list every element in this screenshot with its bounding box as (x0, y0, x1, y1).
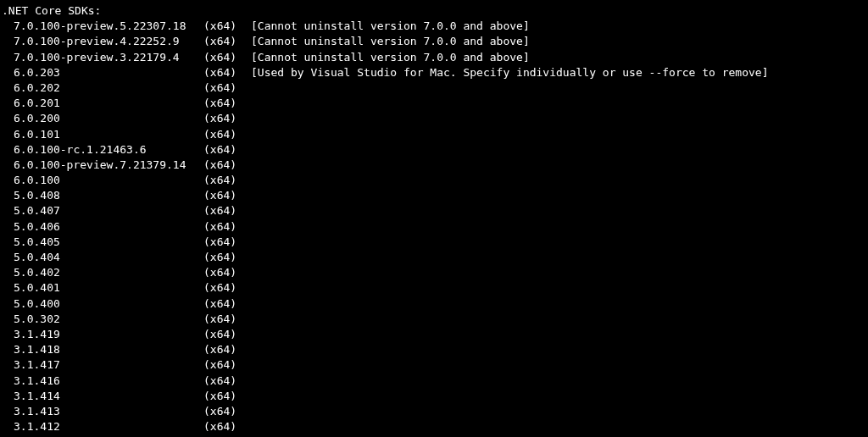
sdk-note: [Cannot uninstall version 7.0.0 and abov… (251, 34, 868, 49)
sdk-note (251, 404, 868, 419)
sdk-version: 3.1.414 (0, 389, 203, 404)
sdk-arch: (x64) (203, 80, 251, 96)
sdk-version: 6.0.200 (0, 111, 203, 126)
sdk-version: 6.0.100-rc.1.21463.6 (0, 142, 203, 158)
sdk-row: 6.0.100(x64) (0, 173, 868, 188)
sdk-row: 5.0.405(x64) (0, 235, 868, 250)
sdk-arch: (x64) (203, 203, 251, 218)
sdk-version: 5.0.400 (0, 296, 203, 312)
sdk-row: 5.0.407(x64) (0, 203, 868, 218)
sdk-note (251, 280, 868, 296)
sdk-note (251, 342, 868, 357)
sdk-note (251, 173, 868, 188)
sdk-version: 5.0.407 (0, 203, 203, 218)
sdk-note (251, 389, 868, 404)
sdk-version: 3.1.417 (0, 357, 203, 373)
sdk-row: 5.0.402(x64) (0, 265, 868, 280)
sdk-note (251, 127, 868, 142)
sdk-row: 6.0.203(x64)[Used by Visual Studio for M… (0, 65, 868, 80)
sdk-arch: (x64) (203, 34, 251, 49)
sdk-arch: (x64) (203, 312, 251, 327)
sdk-arch: (x64) (203, 19, 251, 34)
sdk-row: 6.0.101(x64) (0, 127, 868, 142)
sdk-arch: (x64) (203, 127, 251, 142)
sdk-arch: (x64) (203, 280, 251, 296)
sdk-arch: (x64) (203, 250, 251, 265)
sdk-arch: (x64) (203, 327, 251, 342)
sdk-note (251, 327, 868, 342)
sdk-arch: (x64) (203, 265, 251, 280)
sdk-note: [Used by Visual Studio for Mac. Specify … (251, 65, 868, 80)
sdk-arch: (x64) (203, 65, 251, 80)
sdk-note (251, 96, 868, 111)
sdk-row: 3.1.416(x64) (0, 373, 868, 389)
sdk-arch: (x64) (203, 188, 251, 203)
sdk-arch: (x64) (203, 373, 251, 389)
sdk-note (251, 296, 868, 312)
sdk-version: 6.0.202 (0, 80, 203, 96)
sdk-row: 5.0.408(x64) (0, 188, 868, 203)
sdk-version: 5.0.408 (0, 188, 203, 203)
sdk-note (251, 142, 868, 158)
sdk-list: 7.0.100-preview.5.22307.18(x64)[Cannot u… (0, 19, 868, 437)
sdk-row: 3.1.418(x64) (0, 342, 868, 357)
sdk-note (251, 357, 868, 373)
sdk-note (251, 80, 868, 96)
sdk-row: 6.0.100-preview.7.21379.14(x64) (0, 158, 868, 173)
sdk-row: 3.1.417(x64) (0, 357, 868, 373)
sdk-note (251, 158, 868, 173)
sdk-list-header: .NET Core SDKs: (0, 3, 868, 19)
sdk-note (251, 235, 868, 250)
sdk-version: 6.0.101 (0, 127, 203, 142)
sdk-row: 5.0.302(x64) (0, 312, 868, 327)
sdk-version: 7.0.100-preview.3.22179.4 (0, 50, 203, 65)
sdk-note (251, 419, 868, 434)
sdk-arch: (x64) (203, 142, 251, 158)
sdk-arch: (x64) (203, 404, 251, 419)
sdk-note (251, 203, 868, 218)
sdk-arch: (x64) (203, 50, 251, 65)
sdk-row: 5.0.406(x64) (0, 219, 868, 235)
sdk-row: 5.0.400(x64) (0, 296, 868, 312)
sdk-arch: (x64) (203, 357, 251, 373)
sdk-version: 7.0.100-preview.5.22307.18 (0, 19, 203, 34)
sdk-note (251, 312, 868, 327)
sdk-version: 5.0.302 (0, 312, 203, 327)
sdk-row: 6.0.201(x64) (0, 96, 868, 111)
sdk-version: 5.0.404 (0, 250, 203, 265)
sdk-arch: (x64) (203, 173, 251, 188)
sdk-version: 6.0.100-preview.7.21379.14 (0, 158, 203, 173)
sdk-note: [Cannot uninstall version 7.0.0 and abov… (251, 50, 868, 65)
sdk-version: 3.1.416 (0, 373, 203, 389)
sdk-arch: (x64) (203, 235, 251, 250)
sdk-version: 5.0.401 (0, 280, 203, 296)
sdk-note (251, 265, 868, 280)
sdk-version: 5.0.405 (0, 235, 203, 250)
sdk-version: 7.0.100-preview.4.22252.9 (0, 34, 203, 49)
sdk-version: 6.0.203 (0, 65, 203, 80)
sdk-note (251, 373, 868, 389)
sdk-version: 5.0.402 (0, 265, 203, 280)
sdk-row: 7.0.100-preview.3.22179.4(x64)[Cannot un… (0, 50, 868, 65)
sdk-row: 6.0.202(x64) (0, 80, 868, 96)
sdk-row: 3.1.419(x64) (0, 327, 868, 342)
sdk-row: 6.0.200(x64) (0, 111, 868, 126)
sdk-arch: (x64) (203, 296, 251, 312)
sdk-row: 7.0.100-preview.4.22252.9(x64)[Cannot un… (0, 34, 868, 49)
sdk-row: 3.1.413(x64) (0, 404, 868, 419)
sdk-row: 3.1.412(x64) (0, 419, 868, 434)
sdk-arch: (x64) (203, 111, 251, 126)
sdk-note (251, 111, 868, 126)
sdk-version: 5.0.406 (0, 219, 203, 235)
sdk-row: 6.0.100-rc.1.21463.6(x64) (0, 142, 868, 158)
sdk-note (251, 188, 868, 203)
sdk-row: 5.0.401(x64) (0, 280, 868, 296)
sdk-version: 3.1.413 (0, 404, 203, 419)
sdk-row: 7.0.100-preview.5.22307.18(x64)[Cannot u… (0, 19, 868, 34)
sdk-version: 6.0.201 (0, 96, 203, 111)
sdk-version: 3.1.419 (0, 327, 203, 342)
sdk-row: 3.1.414(x64) (0, 389, 868, 404)
sdk-arch: (x64) (203, 96, 251, 111)
sdk-note (251, 250, 868, 265)
sdk-arch: (x64) (203, 419, 251, 434)
